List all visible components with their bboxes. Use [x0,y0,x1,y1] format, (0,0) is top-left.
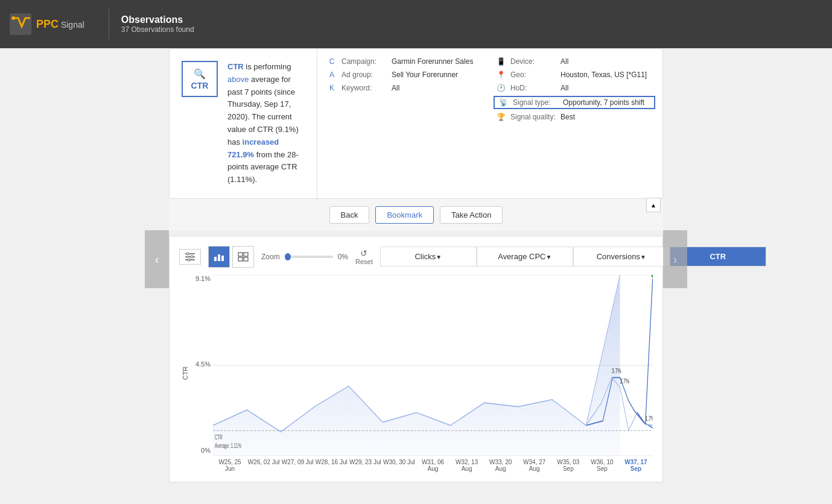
logo-text: PPC Signal [36,18,84,31]
collapse-button[interactable]: ▲ [646,198,661,212]
header-observations: Observations 37 Observations found [121,14,194,34]
x-label-w35: W35, 03 Sep [551,459,585,472]
back-button[interactable]: Back [329,206,370,224]
logo-icon [10,13,31,35]
metric-clicks[interactable]: Clicks▼ [380,247,477,266]
geo-icon: 📍 [496,71,506,79]
bookmark-button[interactable]: Bookmark [375,206,434,224]
campaign-icon: C [327,57,337,66]
svg-text:1.7%: 1.7% [646,414,653,422]
zoom-slider[interactable] [285,256,333,258]
svg-rect-8 [214,257,217,261]
metric-avg-cpc[interactable]: Average CPC▼ [477,247,573,266]
keyword-icon: K [327,84,337,92]
x-label-w26: W26, 02 Jul [247,459,281,472]
keyword-row: K Keyword: All [327,84,484,92]
observations-count: 37 Observations found [121,25,194,34]
signal-quality-icon: 🏆 [496,113,506,121]
x-label-w36: W36, 10 Sep [585,459,619,472]
svg-point-1 [11,16,15,20]
take-action-button[interactable]: Take Action [440,206,503,224]
header-divider [109,9,109,39]
next-arrow[interactable]: › [663,230,687,288]
device-row: 📱 Device: All [496,57,653,66]
chart-metrics: Clicks▼ Average CPC▼ Conversions▼ CTR [380,247,766,266]
svg-rect-11 [238,253,243,256]
svg-text:2.7%: 2.7% [620,377,630,385]
metric-conversions[interactable]: Conversions▼ [573,247,670,266]
observation-right: C Campaign: Garmin Forerunner Sales A Ad… [317,49,662,198]
zoom-label: Zoom [261,253,280,261]
meta-col-right: 📱 Device: All 📍 Geo: Houston, Texas, US … [496,57,653,190]
adgroup-row: A Ad group: Sell Your Forerunner [327,71,484,79]
reset-button[interactable]: ↺ Reset [355,248,373,265]
observations-title: Observations [121,14,194,25]
y-label-mid: 4.5% [191,361,211,368]
x-label-w37: W37, 17 Sep [619,459,653,472]
svg-text:Average: 1.11%: Average: 1.11% [215,442,241,449]
chart-svg: 9.1% 3.7% 2.7% 1.7% 1.2% CTR Average: 1.… [213,275,653,456]
chart-type-buttons [208,246,254,268]
svg-rect-10 [221,256,224,261]
svg-point-7 [188,259,190,261]
observation-card: 🔍 CTR CTR is performing above average fo… [169,48,663,199]
chart-area: Zoom 0% ↺ Reset Clicks▼ Average CPC▼ [169,236,663,482]
filter-button[interactable] [179,249,201,265]
svg-text:CTR: CTR [215,433,223,441]
search-icon: 🔍 [194,68,206,80]
x-label-w28: W28, 16 Jul [314,459,348,472]
meta-col-left: C Campaign: Garmin Forerunner Sales A Ad… [327,57,484,190]
svg-point-5 [186,253,189,255]
y-label-top: 9.1% [191,275,211,282]
y-axis-label: CTR [182,367,189,380]
chart-body: CTR 9.1% 4.5% 0% [179,275,653,472]
x-label-w29: W29, 23 Jul [348,459,382,472]
y-axis-container: CTR [179,275,191,472]
above-text: above [227,75,249,84]
hod-icon: 🕐 [496,84,506,92]
signal-type-row: 📡 Signal type: Opportunity, 7 points shi… [494,96,655,109]
y-labels: 9.1% 4.5% 0% [191,275,213,472]
prev-arrow[interactable]: ‹ [145,230,169,288]
svg-chart-container: 9.1% 3.7% 2.7% 1.7% 1.2% CTR Average: 1.… [213,275,653,472]
observation-text: CTR is performing above average for past… [227,61,305,186]
observation-left: 🔍 CTR CTR is performing above average fo… [170,49,317,198]
x-label-w34: W34, 27 Aug [518,459,551,472]
campaign-row: C Campaign: Garmin Forerunner Sales [327,57,484,66]
logo: PPC Signal [10,13,84,35]
signal-type-icon: 📡 [498,98,508,107]
svg-text:3.7%: 3.7% [612,367,621,374]
zoom-thumb[interactable] [285,253,291,260]
zoom-pct: 0% [338,253,348,261]
device-icon: 📱 [496,57,506,66]
svg-rect-14 [244,257,248,261]
y-label-bot: 0% [191,447,211,454]
x-label-w32: W32, 13 Aug [450,459,484,472]
svg-point-6 [191,256,193,258]
x-label-w31: W31, 06 Aug [416,459,449,472]
x-label-w30: W30, 30 Jul [382,459,416,472]
hod-row: 🕐 HoD: All [496,84,653,92]
svg-rect-9 [218,254,220,261]
svg-point-20 [651,275,653,278]
ctr-icon-box: 🔍 CTR [182,61,218,97]
action-bar: Back Bookmark Take Action [169,199,663,231]
ctr-label: CTR [191,81,209,90]
x-label-w33: W33, 20 Aug [484,459,518,472]
chart-toolbar: Zoom 0% ↺ Reset Clicks▼ Average CPC▼ [179,246,653,268]
bar-chart-button[interactable] [208,246,230,268]
ctr-link[interactable]: CTR [227,62,244,71]
zoom-area: Zoom 0% ↺ Reset [261,248,373,265]
signal-quality-row: 🏆 Signal quality: Best [496,113,653,121]
svg-rect-13 [238,257,243,261]
adgroup-icon: A [327,71,337,79]
x-label-w25: W25, 25 Jun [213,459,247,472]
x-labels: W25, 25 Jun W26, 02 Jul W27, 09 Jul W28,… [213,459,653,472]
x-label-w27: W27, 09 Jul [281,459,314,472]
svg-rect-12 [244,253,248,256]
grid-chart-button[interactable] [232,246,254,268]
header: PPC Signal Observations 37 Observations … [0,0,832,48]
geo-row: 📍 Geo: Houston, Texas, US [*G11] [496,71,653,79]
